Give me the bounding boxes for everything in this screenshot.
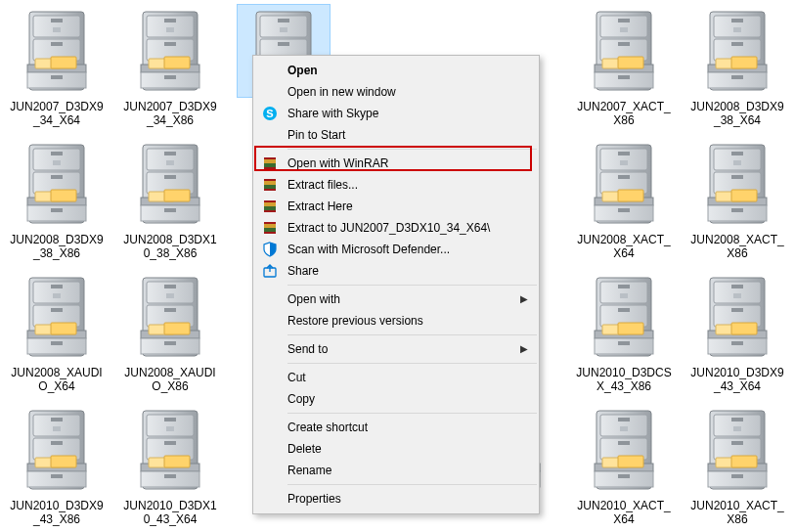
file-icon-wrap xyxy=(10,4,104,98)
menu-delete[interactable]: Delete xyxy=(254,438,538,460)
menu-pin-start[interactable]: Pin to Start xyxy=(254,124,538,146)
file-icon-wrap xyxy=(690,270,784,364)
menu-create-shortcut[interactable]: Create shortcut xyxy=(254,417,538,438)
file-item[interactable]: JUN2010_XACT_X86 xyxy=(681,399,794,532)
svg-rect-118 xyxy=(164,341,176,345)
file-item[interactable]: JUN2007_XACT_X86 xyxy=(567,0,681,133)
svg-rect-164 xyxy=(51,456,76,467)
svg-rect-52 xyxy=(731,75,743,79)
svg-rect-216 xyxy=(595,471,653,487)
file-icon-wrap xyxy=(577,4,671,98)
menu-open-new-window[interactable]: Open in new window xyxy=(254,81,538,103)
file-item[interactable]: JUN2008_D3DX10_38_X86 xyxy=(113,133,227,266)
svg-rect-150 xyxy=(708,338,767,354)
menu-cut[interactable]: Cut xyxy=(254,367,538,388)
file-item[interactable]: JUN2008_D3DX9_38_X86 xyxy=(0,133,113,266)
svg-rect-10 xyxy=(51,57,76,68)
file-icon-wrap xyxy=(577,403,671,497)
file-label: JUN2010_XACT_X86 xyxy=(688,499,786,526)
svg-rect-58 xyxy=(51,152,63,155)
svg-rect-27 xyxy=(280,27,287,32)
svg-rect-25 xyxy=(278,19,289,22)
file-item[interactable]: JUN2010_D3DX9_43_X64 xyxy=(681,266,794,399)
file-label: JUN2007_D3DX9_34_X86 xyxy=(121,100,219,127)
menu-send-to[interactable]: Send to▶ xyxy=(254,338,538,360)
svg-rect-158 xyxy=(51,441,63,445)
svg-rect-93 xyxy=(733,160,741,165)
svg-rect-114 xyxy=(164,308,176,312)
cabinet-icon xyxy=(589,143,659,225)
menu-properties[interactable]: Properties xyxy=(254,488,538,510)
file-item[interactable]: JUN2008_D3DX9_38_X64 xyxy=(681,0,794,133)
svg-rect-234 xyxy=(264,159,276,163)
file-label: JUN2008_D3DX9_38_X64 xyxy=(688,100,786,127)
file-label: JUN2007_XACT_X86 xyxy=(575,100,673,127)
svg-rect-49 xyxy=(733,27,741,32)
svg-rect-230 xyxy=(731,456,757,467)
svg-rect-136 xyxy=(618,308,630,312)
menu-extract-files[interactable]: Extract files... xyxy=(254,174,538,196)
file-item[interactable]: JUN2008_XAUDIO_X64 xyxy=(0,266,113,399)
svg-rect-37 xyxy=(618,42,630,46)
svg-rect-60 xyxy=(53,160,61,165)
menu-extract-here[interactable]: Extract Here xyxy=(254,196,538,217)
menu-restore-versions[interactable]: Restore previous versions xyxy=(254,310,538,332)
menu-separator xyxy=(287,149,537,150)
submenu-arrow-icon: ▶ xyxy=(520,343,528,354)
svg-rect-96 xyxy=(731,208,743,212)
svg-rect-69 xyxy=(164,152,176,155)
winrar-icon xyxy=(262,177,278,193)
menu-open-with-winrar[interactable]: Open with WinRAR xyxy=(254,153,538,174)
file-label: JUN2008_XACT_X64 xyxy=(575,233,673,260)
file-label: JUN2008_D3DX10_38_X86 xyxy=(121,233,219,260)
file-item[interactable]: JUN2010_D3DX10_43_X64 xyxy=(113,399,227,532)
svg-rect-40 xyxy=(595,72,653,88)
svg-rect-21 xyxy=(164,57,190,68)
svg-rect-159 xyxy=(53,426,61,431)
file-label: JUN2008_XAUDIO_X64 xyxy=(8,366,106,393)
skype-icon: S xyxy=(262,106,278,121)
menu-copy[interactable]: Copy xyxy=(254,388,538,410)
menu-share[interactable]: Share xyxy=(254,260,538,282)
menu-extract-to-folder[interactable]: Extract to JUN2007_D3DX10_34_X64\ xyxy=(254,217,538,239)
cabinet-icon xyxy=(22,143,92,225)
file-item[interactable]: JUN2008_XAUDIO_X86 xyxy=(113,266,227,399)
svg-rect-169 xyxy=(164,441,176,445)
svg-rect-135 xyxy=(618,285,630,288)
svg-rect-73 xyxy=(141,205,199,221)
menu-separator xyxy=(287,363,537,364)
file-label: JUN2008_D3DX9_38_X86 xyxy=(8,233,106,260)
file-item[interactable]: JUN2010_D3DCSX_43_X86 xyxy=(567,266,681,399)
cabinet-icon xyxy=(702,143,773,225)
context-menu: Open Open in new window S Share with Sky… xyxy=(252,55,540,514)
menu-rename[interactable]: Rename xyxy=(254,460,538,481)
svg-rect-173 xyxy=(164,474,176,478)
file-item[interactable]: JUN2010_D3DX9_43_X86 xyxy=(0,399,113,532)
svg-rect-219 xyxy=(618,456,643,467)
svg-rect-237 xyxy=(264,181,276,185)
file-explorer-area: JUN2007_D3DX9_34_X64 JUN2007_D3DX9_34_X8… xyxy=(0,0,795,532)
cabinet-icon xyxy=(702,276,773,358)
file-label: JUN2010_D3DCSX_43_X86 xyxy=(575,366,673,393)
submenu-arrow-icon: ▶ xyxy=(520,293,528,304)
file-icon-wrap xyxy=(10,137,104,231)
share-icon xyxy=(262,263,278,279)
file-item[interactable]: JUN2007_D3DX9_34_X86 xyxy=(113,0,227,133)
menu-open-with[interactable]: Open with▶ xyxy=(254,288,538,310)
svg-rect-82 xyxy=(620,160,628,165)
file-icon-wrap xyxy=(123,4,217,98)
svg-rect-113 xyxy=(164,285,176,288)
menu-open[interactable]: Open xyxy=(254,60,538,81)
svg-rect-103 xyxy=(51,308,63,312)
file-item[interactable]: JUN2007_D3DX9_34_X64 xyxy=(0,0,113,133)
svg-rect-102 xyxy=(51,285,63,288)
menu-share-skype[interactable]: S Share with Skype xyxy=(254,103,538,124)
menu-separator xyxy=(287,484,537,485)
file-item[interactable]: JUN2008_XACT_X64 xyxy=(567,133,681,266)
svg-rect-214 xyxy=(620,426,628,431)
file-item[interactable]: JUN2008_XACT_X86 xyxy=(681,133,794,266)
file-item[interactable]: JUN2010_XACT_X64 xyxy=(567,399,681,532)
menu-scan-defender[interactable]: Scan with Microsoft Defender... xyxy=(254,239,538,260)
cabinet-icon xyxy=(135,143,205,225)
svg-rect-80 xyxy=(618,152,630,155)
